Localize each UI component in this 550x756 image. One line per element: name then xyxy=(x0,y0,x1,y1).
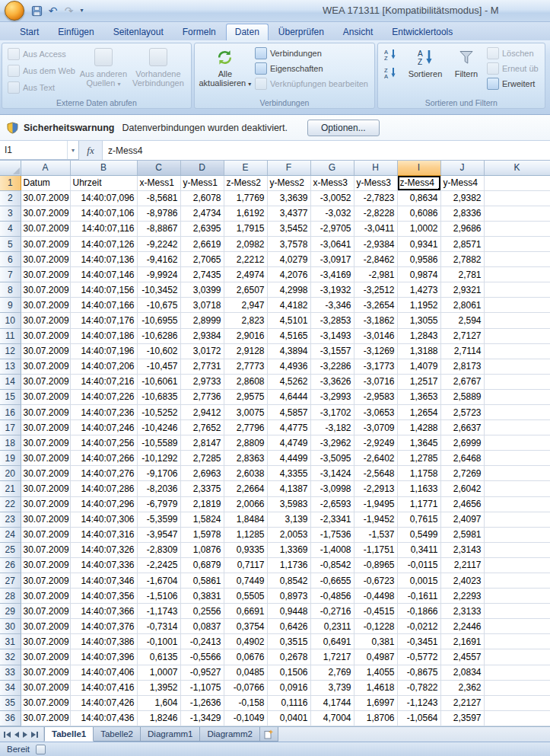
cell-E16[interactable]: 3,0075 xyxy=(224,404,267,419)
cell-C14[interactable]: -10,6061 xyxy=(137,374,180,389)
row-header-10[interactable]: 10 xyxy=(0,313,21,328)
cell-C33[interactable]: 1,0007 xyxy=(137,665,180,680)
cell-D34[interactable]: -1,1075 xyxy=(180,680,224,695)
cell-B35[interactable]: 14:40:07,426 xyxy=(70,695,137,710)
cell-B11[interactable]: 14:40:07,186 xyxy=(70,328,137,343)
cell-A17[interactable]: 30.07.2009 xyxy=(21,420,70,435)
undo-button[interactable]: ↶ xyxy=(46,4,60,18)
cell-G1[interactable]: x-Mess3 xyxy=(310,175,354,190)
cell-D19[interactable]: 2,7285 xyxy=(180,451,224,466)
cell-F23[interactable]: 3,139 xyxy=(267,512,310,527)
cell-G30[interactable]: 0,2311 xyxy=(310,619,354,634)
cell-I32[interactable]: -0,5772 xyxy=(397,649,440,665)
cell-F4[interactable]: 3,5452 xyxy=(267,221,310,236)
row-header-7[interactable]: 7 xyxy=(0,267,21,282)
cell-H5[interactable]: -2,9384 xyxy=(354,236,397,251)
row-header-34[interactable]: 34 xyxy=(0,680,21,695)
cell-A23[interactable]: 30.07.2009 xyxy=(21,512,70,527)
cell-C3[interactable]: -8,9786 xyxy=(137,206,180,221)
cell-J27[interactable]: 2,4023 xyxy=(440,573,484,589)
row-header-11[interactable]: 11 xyxy=(0,328,21,343)
cell-K27[interactable] xyxy=(484,573,550,589)
row-header-21[interactable]: 21 xyxy=(0,481,21,496)
cell-K9[interactable] xyxy=(484,298,550,313)
cell-I35[interactable]: -1,1243 xyxy=(397,695,440,710)
eigenschaften-button[interactable]: Eigenschaften xyxy=(253,61,371,75)
cell-D21[interactable]: 2,3375 xyxy=(180,481,224,496)
cell-K36[interactable] xyxy=(484,710,550,726)
aus-access-button[interactable]: Aus Access xyxy=(5,46,78,62)
cell-J28[interactable]: 2,2293 xyxy=(440,589,484,604)
cell-K2[interactable] xyxy=(484,190,550,206)
column-header-J[interactable]: J xyxy=(440,161,484,175)
cell-J6[interactable]: 2,7882 xyxy=(440,252,484,267)
tab-formeln[interactable]: Formeln xyxy=(173,24,225,40)
cell-K16[interactable] xyxy=(484,404,550,419)
cell-H13[interactable]: -3,1773 xyxy=(354,359,397,374)
cell-K33[interactable] xyxy=(484,665,550,680)
cell-C34[interactable]: 1,3952 xyxy=(137,680,180,695)
cell-G24[interactable]: -1,7536 xyxy=(310,527,354,542)
cell-G4[interactable]: -2,9705 xyxy=(310,221,354,236)
cell-D8[interactable]: 3,0399 xyxy=(180,282,224,298)
cell-J15[interactable]: 2,5889 xyxy=(440,389,484,404)
cell-A8[interactable]: 30.07.2009 xyxy=(21,282,70,298)
cell-A2[interactable]: 30.07.2009 xyxy=(21,190,70,206)
cell-H14[interactable]: -3,0716 xyxy=(354,374,397,389)
cell-D27[interactable]: 0,5861 xyxy=(180,573,224,589)
cell-E8[interactable]: 2,6507 xyxy=(224,282,267,298)
cell-G21[interactable]: -3,0998 xyxy=(310,481,354,496)
cell-C2[interactable]: -8,5681 xyxy=(137,190,180,206)
row-header-30[interactable]: 30 xyxy=(0,619,21,634)
cell-H25[interactable]: -1,1751 xyxy=(354,542,397,557)
row-header-5[interactable]: 5 xyxy=(0,236,21,251)
verbindungen-button[interactable]: Verbindungen xyxy=(253,46,371,60)
cell-C23[interactable]: -5,3599 xyxy=(137,512,180,527)
cell-C17[interactable]: -10,4246 xyxy=(137,420,180,435)
cell-F5[interactable]: 3,7578 xyxy=(267,236,310,251)
cell-H17[interactable]: -3,0709 xyxy=(354,420,397,435)
cell-E30[interactable]: 0,3754 xyxy=(224,619,267,634)
tab-daten[interactable]: Daten xyxy=(226,24,269,40)
cell-E7[interactable]: 2,4974 xyxy=(224,267,267,282)
cell-G31[interactable]: 0,6491 xyxy=(310,634,354,649)
cell-J1[interactable]: y-Mess4 xyxy=(440,175,484,190)
cell-B19[interactable]: 14:40:07,266 xyxy=(70,451,137,466)
cell-A36[interactable]: 30.07.2009 xyxy=(21,710,70,726)
cell-E32[interactable]: 0,0676 xyxy=(224,649,267,665)
cell-D23[interactable]: 1,5824 xyxy=(180,512,224,527)
previous-sheet-button[interactable] xyxy=(14,732,19,738)
cell-F19[interactable]: 4,4499 xyxy=(267,451,310,466)
cell-D12[interactable]: 3,0172 xyxy=(180,343,224,359)
cell-D18[interactable]: 2,8147 xyxy=(180,435,224,451)
cell-F24[interactable]: 2,0053 xyxy=(267,527,310,542)
cell-C31[interactable]: -0,1001 xyxy=(137,634,180,649)
cell-D16[interactable]: 2,9412 xyxy=(180,404,224,419)
cell-J26[interactable]: 2,2117 xyxy=(440,557,484,573)
cell-J8[interactable]: 2,9321 xyxy=(440,282,484,298)
cell-K15[interactable] xyxy=(484,389,550,404)
cell-F35[interactable]: 0,1116 xyxy=(267,695,310,710)
cell-I18[interactable]: 1,3645 xyxy=(397,435,440,451)
cell-G23[interactable]: -2,3341 xyxy=(310,512,354,527)
cell-A18[interactable]: 30.07.2009 xyxy=(21,435,70,451)
row-header-12[interactable]: 12 xyxy=(0,343,21,359)
cell-G33[interactable]: 2,769 xyxy=(310,665,354,680)
cell-H16[interactable]: -3,0653 xyxy=(354,404,397,419)
cell-A10[interactable]: 30.07.2009 xyxy=(21,313,70,328)
row-header-16[interactable]: 16 xyxy=(0,404,21,419)
cell-E9[interactable]: 2,947 xyxy=(224,298,267,313)
sortieren-button[interactable]: A Z Sortieren xyxy=(403,46,447,96)
cell-A27[interactable]: 30.07.2009 xyxy=(21,573,70,589)
cell-D25[interactable]: 1,0876 xyxy=(180,542,224,557)
cell-F17[interactable]: 4,4775 xyxy=(267,420,310,435)
cell-A34[interactable]: 30.07.2009 xyxy=(21,680,70,695)
cell-F14[interactable]: 4,5262 xyxy=(267,374,310,389)
cell-K10[interactable] xyxy=(484,313,550,328)
cell-B5[interactable]: 14:40:07,126 xyxy=(70,236,137,251)
cell-G14[interactable]: -3,3626 xyxy=(310,374,354,389)
cell-I34[interactable]: -0,7822 xyxy=(397,680,440,695)
row-header-28[interactable]: 28 xyxy=(0,589,21,604)
column-header-A[interactable]: A xyxy=(21,161,70,175)
cell-E18[interactable]: 2,8809 xyxy=(224,435,267,451)
